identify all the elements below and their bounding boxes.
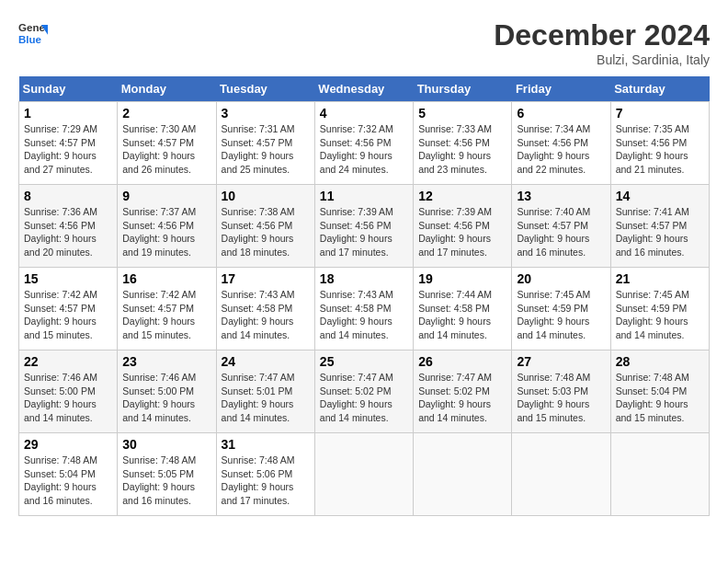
weekday-header-saturday: Saturday xyxy=(610,76,709,102)
calendar-day-8: 8Sunrise: 7:36 AM Sunset: 4:56 PM Daylig… xyxy=(19,185,118,268)
day-info: Sunrise: 7:34 AM Sunset: 4:56 PM Dayligh… xyxy=(517,122,605,177)
calendar-day-29: 29Sunrise: 7:48 AM Sunset: 5:04 PM Dayli… xyxy=(19,433,118,516)
day-number: 9 xyxy=(122,189,210,203)
day-info: Sunrise: 7:38 AM Sunset: 4:56 PM Dayligh… xyxy=(222,205,310,259)
day-number: 22 xyxy=(24,354,112,369)
calendar-day-30: 30Sunrise: 7:48 AM Sunset: 5:05 PM Dayli… xyxy=(118,433,216,516)
day-info: Sunrise: 7:45 AM Sunset: 4:59 PM Dayligh… xyxy=(616,288,704,342)
title-block: December 2024 Bulzi, Sardinia, Italy xyxy=(494,18,710,67)
day-info: Sunrise: 7:45 AM Sunset: 4:59 PM Dayligh… xyxy=(517,288,605,342)
calendar-day-7: 7Sunrise: 7:35 AM Sunset: 4:56 PM Daylig… xyxy=(610,102,709,185)
day-number: 1 xyxy=(24,106,112,121)
calendar-day-2: 2Sunrise: 7:30 AM Sunset: 4:57 PM Daylig… xyxy=(118,102,216,185)
calendar-day-13: 13Sunrise: 7:40 AM Sunset: 4:57 PM Dayli… xyxy=(512,185,610,268)
calendar-day-24: 24Sunrise: 7:47 AM Sunset: 5:01 PM Dayli… xyxy=(216,350,314,433)
day-number: 11 xyxy=(320,189,408,203)
logo: General Blue xyxy=(18,18,48,48)
day-number: 27 xyxy=(517,354,605,369)
calendar-day-23: 23Sunrise: 7:46 AM Sunset: 5:00 PM Dayli… xyxy=(118,350,216,433)
calendar-day-15: 15Sunrise: 7:42 AM Sunset: 4:57 PM Dayli… xyxy=(19,268,118,350)
calendar-day-1: 1Sunrise: 7:29 AM Sunset: 4:57 PM Daylig… xyxy=(19,102,118,185)
day-number: 18 xyxy=(320,271,408,286)
day-number: 8 xyxy=(24,189,112,203)
calendar-day-20: 20Sunrise: 7:45 AM Sunset: 4:59 PM Dayli… xyxy=(512,268,610,350)
day-info: Sunrise: 7:48 AM Sunset: 5:04 PM Dayligh… xyxy=(616,371,704,425)
day-info: Sunrise: 7:43 AM Sunset: 4:58 PM Dayligh… xyxy=(320,288,408,342)
calendar-day-26: 26Sunrise: 7:47 AM Sunset: 5:02 PM Dayli… xyxy=(414,350,512,433)
day-info: Sunrise: 7:44 AM Sunset: 4:58 PM Dayligh… xyxy=(418,288,506,342)
calendar-day-14: 14Sunrise: 7:41 AM Sunset: 4:57 PM Dayli… xyxy=(610,185,709,268)
day-info: Sunrise: 7:47 AM Sunset: 5:02 PM Dayligh… xyxy=(320,371,408,425)
calendar-day-18: 18Sunrise: 7:43 AM Sunset: 4:58 PM Dayli… xyxy=(314,268,413,350)
day-info: Sunrise: 7:46 AM Sunset: 5:00 PM Dayligh… xyxy=(24,371,112,425)
day-info: Sunrise: 7:31 AM Sunset: 4:57 PM Dayligh… xyxy=(222,122,310,177)
day-info: Sunrise: 7:43 AM Sunset: 4:58 PM Dayligh… xyxy=(222,288,310,342)
day-info: Sunrise: 7:46 AM Sunset: 5:00 PM Dayligh… xyxy=(122,371,210,425)
day-number: 6 xyxy=(517,106,605,121)
day-number: 25 xyxy=(320,354,408,369)
calendar-week-2: 8Sunrise: 7:36 AM Sunset: 4:56 PM Daylig… xyxy=(19,185,710,268)
day-info: Sunrise: 7:41 AM Sunset: 4:57 PM Dayligh… xyxy=(616,205,704,259)
calendar-day-6: 6Sunrise: 7:34 AM Sunset: 4:56 PM Daylig… xyxy=(512,102,610,185)
calendar-day-25: 25Sunrise: 7:47 AM Sunset: 5:02 PM Dayli… xyxy=(314,350,413,433)
calendar-day-21: 21Sunrise: 7:45 AM Sunset: 4:59 PM Dayli… xyxy=(610,268,709,350)
day-number: 4 xyxy=(320,106,408,121)
calendar-day-3: 3Sunrise: 7:31 AM Sunset: 4:57 PM Daylig… xyxy=(216,102,314,185)
day-number: 7 xyxy=(616,106,704,121)
weekday-header-tuesday: Tuesday xyxy=(216,76,314,102)
day-number: 14 xyxy=(616,189,704,203)
weekday-header-sunday: Sunday xyxy=(19,76,118,102)
calendar-week-5: 29Sunrise: 7:48 AM Sunset: 5:04 PM Dayli… xyxy=(19,433,710,516)
calendar-week-1: 1Sunrise: 7:29 AM Sunset: 4:57 PM Daylig… xyxy=(19,102,710,185)
day-number: 15 xyxy=(24,271,112,286)
day-info: Sunrise: 7:36 AM Sunset: 4:56 PM Dayligh… xyxy=(24,205,112,259)
day-number: 23 xyxy=(122,354,210,369)
weekday-header-wednesday: Wednesday xyxy=(314,76,413,102)
calendar-day-5: 5Sunrise: 7:33 AM Sunset: 4:56 PM Daylig… xyxy=(414,102,512,185)
day-info: Sunrise: 7:30 AM Sunset: 4:57 PM Dayligh… xyxy=(122,122,210,177)
day-info: Sunrise: 7:42 AM Sunset: 4:57 PM Dayligh… xyxy=(24,288,112,342)
day-number: 26 xyxy=(418,354,506,369)
day-number: 30 xyxy=(122,437,210,452)
calendar-day-4: 4Sunrise: 7:32 AM Sunset: 4:56 PM Daylig… xyxy=(314,102,413,185)
day-info: Sunrise: 7:47 AM Sunset: 5:02 PM Dayligh… xyxy=(418,371,506,425)
weekday-header-row: SundayMondayTuesdayWednesdayThursdayFrid… xyxy=(19,76,710,102)
logo-icon: General Blue xyxy=(18,18,48,48)
calendar-week-4: 22Sunrise: 7:46 AM Sunset: 5:00 PM Dayli… xyxy=(19,350,710,433)
day-info: Sunrise: 7:48 AM Sunset: 5:04 PM Dayligh… xyxy=(24,454,112,508)
calendar-day-11: 11Sunrise: 7:39 AM Sunset: 4:56 PM Dayli… xyxy=(314,185,413,268)
day-info: Sunrise: 7:39 AM Sunset: 4:56 PM Dayligh… xyxy=(320,205,408,259)
day-info: Sunrise: 7:48 AM Sunset: 5:05 PM Dayligh… xyxy=(122,454,210,508)
month-title: December 2024 xyxy=(494,18,710,52)
day-number: 13 xyxy=(517,189,605,203)
day-number: 28 xyxy=(616,354,704,369)
weekday-header-thursday: Thursday xyxy=(414,76,512,102)
day-info: Sunrise: 7:48 AM Sunset: 5:06 PM Dayligh… xyxy=(222,454,310,508)
calendar-day-empty xyxy=(610,433,709,516)
day-number: 20 xyxy=(517,271,605,286)
day-info: Sunrise: 7:32 AM Sunset: 4:56 PM Dayligh… xyxy=(320,122,408,177)
calendar-day-28: 28Sunrise: 7:48 AM Sunset: 5:04 PM Dayli… xyxy=(610,350,709,433)
day-number: 29 xyxy=(24,437,112,452)
weekday-header-friday: Friday xyxy=(512,76,610,102)
day-number: 24 xyxy=(222,354,310,369)
day-info: Sunrise: 7:39 AM Sunset: 4:56 PM Dayligh… xyxy=(418,205,506,259)
calendar-day-19: 19Sunrise: 7:44 AM Sunset: 4:58 PM Dayli… xyxy=(414,268,512,350)
day-number: 16 xyxy=(122,271,210,286)
day-info: Sunrise: 7:48 AM Sunset: 5:03 PM Dayligh… xyxy=(517,371,605,425)
day-number: 19 xyxy=(418,271,506,286)
weekday-header-monday: Monday xyxy=(118,76,216,102)
day-number: 2 xyxy=(122,106,210,121)
calendar-day-16: 16Sunrise: 7:42 AM Sunset: 4:57 PM Dayli… xyxy=(118,268,216,350)
day-info: Sunrise: 7:29 AM Sunset: 4:57 PM Dayligh… xyxy=(24,122,112,177)
day-number: 5 xyxy=(418,106,506,121)
day-info: Sunrise: 7:40 AM Sunset: 4:57 PM Dayligh… xyxy=(517,205,605,259)
day-number: 12 xyxy=(418,189,506,203)
calendar-table: SundayMondayTuesdayWednesdayThursdayFrid… xyxy=(18,76,710,516)
calendar-day-12: 12Sunrise: 7:39 AM Sunset: 4:56 PM Dayli… xyxy=(414,185,512,268)
location: Bulzi, Sardinia, Italy xyxy=(494,52,710,67)
calendar-day-9: 9Sunrise: 7:37 AM Sunset: 4:56 PM Daylig… xyxy=(118,185,216,268)
day-number: 21 xyxy=(616,271,704,286)
calendar-day-10: 10Sunrise: 7:38 AM Sunset: 4:56 PM Dayli… xyxy=(216,185,314,268)
calendar-day-31: 31Sunrise: 7:48 AM Sunset: 5:06 PM Dayli… xyxy=(216,433,314,516)
